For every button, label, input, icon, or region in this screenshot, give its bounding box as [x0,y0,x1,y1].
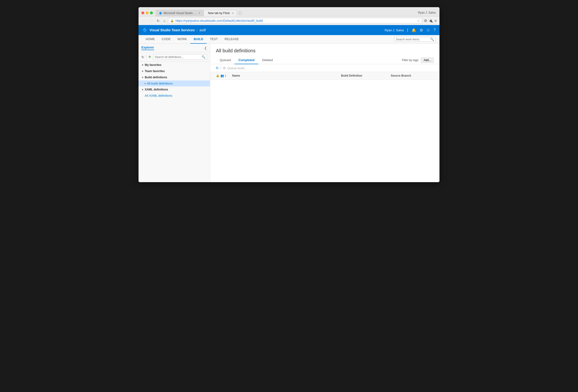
header-lock-icon: 🔒 [216,74,220,77]
tab-label-2: New tab by Flickr [208,11,231,15]
header-info-icon: ℹ [225,74,226,77]
add-tag-button[interactable]: Add... [421,57,434,63]
browser-tab-2[interactable]: New tab by Flickr × [203,10,237,16]
sidebar-refresh-button[interactable]: ↻ [142,55,144,59]
tab-favicon-1: 🔷 [159,12,162,15]
separator: / [196,28,197,32]
sidebar-header: Explorer ❮ [139,44,210,52]
sidebar-search-icon: 🔍 [202,55,205,59]
sidebar-section-my-favorites[interactable]: ▼ My favorites [139,62,210,68]
queue-build-label: Queue build... [227,66,247,70]
team-favorites-label: Team favorites [145,69,165,73]
tab-completed[interactable]: Completed [235,56,258,64]
new-tab-button[interactable]: □ [237,9,244,16]
bookmark-icon[interactable]: ☆ [417,19,420,22]
column-source-branch: Source Branch [391,74,434,77]
header-people-icon: 👥 [220,74,224,77]
build-definitions-arrow-icon: ▼ [142,76,144,79]
sidebar-add-button[interactable]: + [148,54,151,60]
nav-build[interactable]: BUILD [190,35,207,44]
sidebar-search-box[interactable]: 🔍 [153,54,207,60]
sidebar-search-input[interactable] [155,55,201,59]
settings-gear-icon[interactable]: ⚙ [420,28,423,33]
toolbar-refresh-button[interactable]: ↻ [216,66,219,70]
menu-icon[interactable]: ≡ [434,19,436,23]
nav-home[interactable]: HOME [142,35,158,44]
sidebar-toolbar: ↻ + 🔍 [139,52,210,62]
tab-close-2[interactable]: × [232,11,234,15]
vsts-logo-icon: 🔷 [142,27,147,33]
search-work-items-input[interactable] [396,38,429,41]
sidebar-nav: ▼ My favorites ▼ Team favorites ▼ Build … [139,62,210,182]
browser-tab-1[interactable]: 🔷 Microsoft Visual Studio Te... × [156,10,203,16]
header-user: Ryan J. Salva [385,28,404,32]
sidebar-collapse-button[interactable]: ❮ [204,46,207,50]
queue-build-button[interactable]: ⚙ Queue build... [223,66,247,70]
sidebar-toolbar-divider [146,55,146,59]
content-tabs: Queued Completed Deleted Filter by tags:… [210,56,439,64]
nav-work[interactable]: WORK [174,35,190,44]
sidebar-section-xaml-definitions[interactable]: ▼ XAML definitions [139,87,210,93]
tab-close-1[interactable]: × [198,11,200,15]
page-title: All build definitions [216,48,434,53]
my-favorites-label: My favorites [145,63,161,67]
project-name[interactable]: asdf [199,28,206,32]
help-icon[interactable]: ? [434,28,436,32]
refresh-button[interactable]: ↻ [156,18,160,23]
tab-deleted[interactable]: Deleted [258,56,277,64]
browser-user: Ryan J. Salva [418,11,436,14]
build-definitions-label: Build definitions [145,76,167,79]
app-logo[interactable]: 🔷 Visual Studio Team Services [142,27,195,33]
my-favorites-arrow-icon: ▼ [142,64,144,66]
browser-titlebar: 🔷 Microsoft Visual Studio Te... × New ta… [139,7,439,16]
settings-icon[interactable]: ⚙ [424,19,427,23]
builds-table: 🔒 👥 ℹ Name Build Definition Source Branc… [210,72,439,80]
xaml-definitions-label: XAML definitions [145,88,168,91]
app-header-right: Ryan J. Salva | 🔔 ⚙ ☺ ? [385,28,436,33]
all-xaml-definitions-label: All XAML definitions [145,94,172,97]
all-build-def-arrow-icon: ▸ [145,82,146,85]
tab-label-1: Microsoft Visual Studio Te... [164,11,197,15]
filter-area: Filter by tags: Add... [402,57,434,63]
url-text: https://ryanjsalva.visualstudio.com/Defa… [175,19,414,22]
sidebar-item-all-build-definitions[interactable]: ▸ All build definitions [139,81,210,87]
sidebar: Explorer ❮ ↻ + 🔍 ▼ My favorites [139,44,210,182]
maximize-window-button[interactable] [150,11,153,14]
tab-queued[interactable]: Queued [216,56,235,64]
all-build-definitions-label: All build definitions [147,82,173,85]
nav-test[interactable]: TEST [207,35,221,44]
column-name: Name [232,74,339,77]
minimize-window-button[interactable] [146,11,148,14]
address-bar[interactable]: 🔒 https://ryanjsalva.visualstudio.com/De… [168,18,422,23]
app-nav: HOME CODE WORK BUILD TEST RELEASE 🔍 [139,35,439,44]
app-body: Explorer ❮ ↻ + 🔍 ▼ My favorites [139,44,439,182]
forward-button[interactable]: → [148,18,154,23]
xaml-definitions-arrow-icon: ▼ [142,88,144,91]
sidebar-section-team-favorites[interactable]: ▼ Team favorites [139,68,210,74]
column-build-definition: Build Definition [341,74,389,77]
window-controls [142,11,153,14]
smiley-icon[interactable]: ☺ [426,28,430,32]
sidebar-item-all-xaml-definitions[interactable]: All XAML definitions [139,93,210,99]
team-favorites-arrow-icon: ▼ [142,70,144,73]
back-button[interactable]: ← [142,18,147,23]
app-header: 🔷 Visual Studio Team Services / asdf Rya… [139,25,439,35]
nav-search-box[interactable]: 🔍 [394,37,436,42]
nav-code[interactable]: CODE [158,35,174,44]
nav-release[interactable]: RELEASE [221,35,242,44]
extensions-icon[interactable]: 🔌 [429,19,433,23]
header-separator-icon: | [407,28,408,32]
home-button[interactable]: ⌂ [162,18,166,23]
content-header: All build definitions [210,44,439,56]
toolbar-separator [221,66,221,70]
browser-menu-icons: ⚙ 🔌 ≡ [424,19,436,23]
app-name: Visual Studio Team Services [149,28,195,32]
sidebar-tab-explorer[interactable]: Explorer [142,45,154,50]
address-bar-row: ← → ↻ ⌂ 🔒 https://ryanjsalva.visualstudi… [139,16,439,25]
secure-icon: 🔒 [170,19,174,22]
sidebar-section-build-definitions[interactable]: ▼ Build definitions [139,74,210,81]
content-toolbar: ↻ ⚙ Queue build... [210,64,439,72]
queue-build-icon: ⚙ [223,66,226,70]
close-window-button[interactable] [142,11,144,14]
notifications-icon[interactable]: 🔔 [412,28,416,33]
